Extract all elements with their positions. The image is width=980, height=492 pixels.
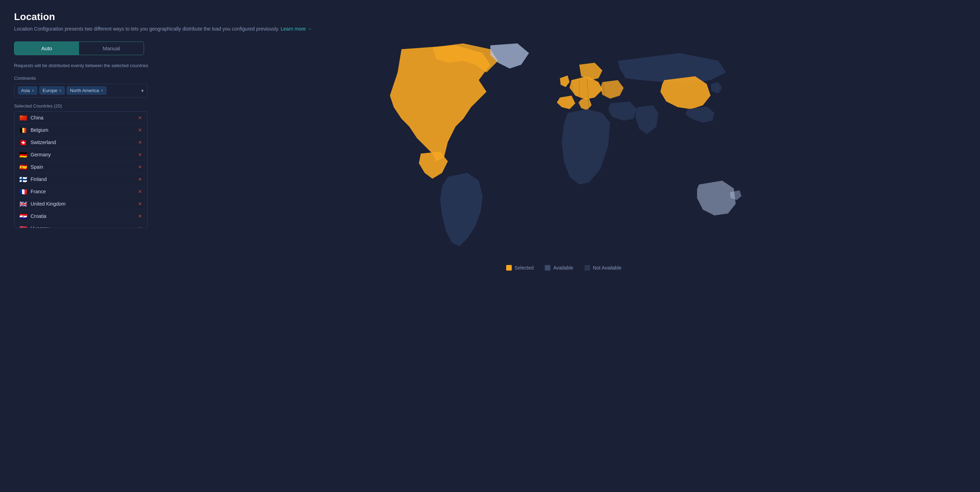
country-name: Switzerland	[30, 140, 138, 145]
dropdown-arrow-icon[interactable]: ▾	[139, 88, 144, 94]
list-item: 🇫🇮 Finland ✕	[14, 173, 147, 186]
country-flag: 🇬🇧	[19, 201, 27, 207]
learn-more-link[interactable]: Learn more →	[281, 26, 312, 32]
countries-header: Selected Countries (20)	[14, 103, 162, 108]
country-name: Germany	[30, 152, 138, 158]
country-flag: 🇧🇪	[19, 127, 27, 133]
list-item: 🇨🇳 China ✕	[14, 112, 147, 124]
remove-country-button[interactable]: ✕	[138, 115, 142, 121]
remove-country-button[interactable]: ✕	[138, 127, 142, 133]
legend-selected: Selected	[506, 265, 533, 271]
remove-country-button[interactable]: ✕	[138, 164, 142, 170]
remove-country-button[interactable]: ✕	[138, 152, 142, 158]
remove-country-button[interactable]: ✕	[138, 189, 142, 194]
continent-input[interactable]	[108, 88, 130, 93]
legend-selected-label: Selected	[515, 265, 533, 271]
country-flag: 🇭🇷	[19, 213, 27, 219]
legend-not-available-dot	[584, 265, 590, 271]
country-flag: 🇨🇳	[19, 115, 27, 121]
country-name: United Kingdom	[30, 201, 138, 207]
country-flag: 🇨🇭	[19, 140, 27, 145]
map-legend: Selected Available Not Available	[506, 265, 622, 271]
country-name: Hungary	[30, 226, 138, 228]
page-title: Location	[14, 11, 966, 22]
legend-available-label: Available	[553, 265, 573, 271]
remove-europe[interactable]: ×	[59, 88, 62, 93]
list-item: 🇭🇺 Hungary ✕	[14, 223, 147, 228]
tag-europe: Europe ×	[39, 86, 65, 94]
mode-tabs: Auto Manual	[14, 41, 144, 55]
remove-north-america[interactable]: ×	[101, 88, 103, 93]
country-flag: 🇭🇺	[19, 226, 27, 228]
legend-not-available: Not Available	[584, 265, 621, 271]
country-name: China	[30, 115, 138, 121]
list-item: 🇪🇸 Spain ✕	[14, 161, 147, 173]
list-item: 🇬🇧 United Kingdom ✕	[14, 198, 147, 210]
page-subtitle: Location Configuration presents two diff…	[14, 26, 966, 32]
country-name: Belgium	[30, 127, 138, 133]
tag-asia: Asia ×	[18, 86, 37, 94]
list-item: 🇨🇭 Switzerland ✕	[14, 136, 147, 149]
tab-manual[interactable]: Manual	[79, 42, 144, 55]
country-flag: 🇫🇮	[19, 177, 27, 182]
remove-asia[interactable]: ×	[32, 88, 34, 93]
legend-available-dot	[545, 265, 550, 271]
country-name: Spain	[30, 164, 138, 170]
remove-country-button[interactable]: ✕	[138, 140, 142, 145]
country-name: France	[30, 189, 138, 194]
country-name: Croatia	[30, 213, 138, 219]
list-item: 🇫🇷 France ✕	[14, 186, 147, 198]
legend-available: Available	[545, 265, 573, 271]
country-name: Finland	[30, 177, 138, 182]
remove-country-button[interactable]: ✕	[138, 213, 142, 219]
remove-country-button[interactable]: ✕	[138, 226, 142, 228]
legend-not-available-label: Not Available	[593, 265, 621, 271]
tab-auto[interactable]: Auto	[14, 42, 79, 55]
remove-country-button[interactable]: ✕	[138, 177, 142, 182]
country-flag: 🇪🇸	[19, 164, 27, 170]
country-flag: 🇫🇷	[19, 189, 27, 194]
list-item: 🇧🇪 Belgium ✕	[14, 124, 147, 136]
country-flag: 🇩🇪	[19, 152, 27, 158]
legend-selected-dot	[506, 265, 512, 271]
mode-description: Requests will be distributed evenly betw…	[14, 62, 154, 69]
remove-country-button[interactable]: ✕	[138, 201, 142, 207]
world-map	[371, 41, 757, 260]
list-item: 🇭🇷 Croatia ✕	[14, 210, 147, 223]
countries-scroll[interactable]: 🇨🇳 China ✕ 🇧🇪 Belgium ✕ 🇨🇭 Switzerland ✕…	[14, 112, 147, 228]
list-item: 🇩🇪 Germany ✕	[14, 149, 147, 161]
left-panel: Auto Manual Requests will be distributed…	[14, 41, 162, 228]
continents-label: Continents	[14, 76, 162, 81]
tag-north-america: North America ×	[67, 86, 106, 94]
map-panel: Selected Available Not Available	[162, 41, 966, 271]
continent-select[interactable]: Asia × Europe × North America × ▾	[14, 84, 148, 98]
countries-list: 🇨🇳 China ✕ 🇧🇪 Belgium ✕ 🇨🇭 Switzerland ✕…	[14, 111, 148, 228]
